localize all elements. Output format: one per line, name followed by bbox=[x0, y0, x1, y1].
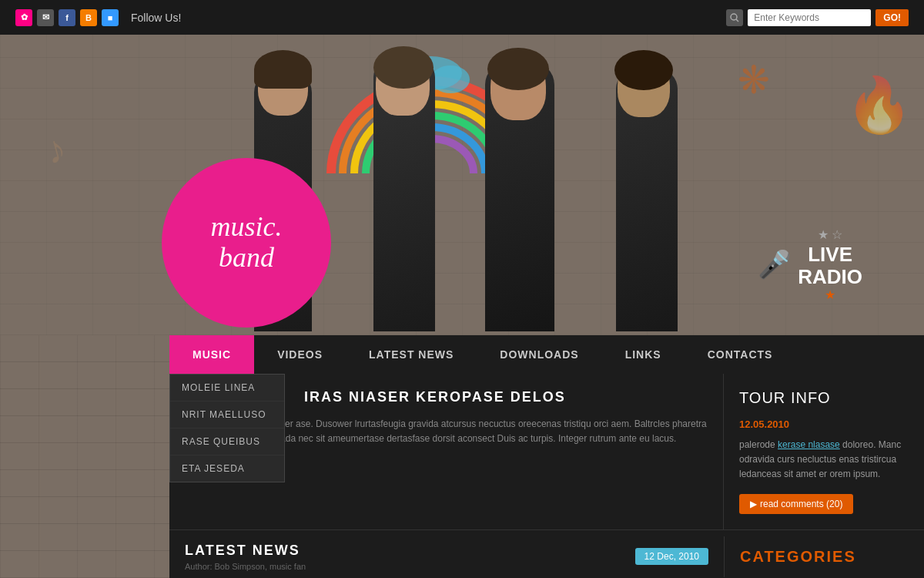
live-radio-text: LIVE RADIO bbox=[798, 244, 862, 287]
read-comments-button[interactable]: ▶ read comments (20) bbox=[739, 494, 853, 514]
delicious-icon[interactable]: ■ bbox=[102, 9, 119, 26]
hero-section: ♪ 🔥 ❋ music. band bbox=[0, 35, 924, 335]
tour-description: palerode kerase nlasase doloreo. Manc od… bbox=[739, 438, 909, 482]
bottom-section: LATEST NEWS Author: Bob Simpson, music f… bbox=[169, 529, 924, 578]
search-icon[interactable] bbox=[726, 9, 743, 26]
nav-videos[interactable]: VIDEOS bbox=[254, 335, 346, 374]
content-right: TOUR INFO 12.05.2010 palerode kerase nla… bbox=[724, 374, 924, 529]
logo-circle: music. band bbox=[162, 158, 331, 328]
dropdown-menu: MOLEIE LINEA NRIT MAELLUSO RASE QUEIBUS … bbox=[169, 374, 285, 482]
nav-downloads[interactable]: DOWNLOADS bbox=[477, 335, 601, 374]
latest-news-meta: Author: Bob Simpson, music fan bbox=[185, 562, 604, 571]
dropdown-item-2[interactable]: NRIT MAELLUSO bbox=[170, 402, 284, 428]
flickr-icon[interactable]: ✿ bbox=[15, 9, 32, 26]
facebook-icon[interactable]: f bbox=[59, 9, 75, 26]
latest-news-section: LATEST NEWS Author: Bob Simpson, music f… bbox=[169, 531, 620, 578]
categories-title: CATEGORIES bbox=[740, 548, 909, 566]
band-member-3 bbox=[474, 46, 597, 331]
nav-contacts[interactable]: CONTACTS bbox=[685, 335, 796, 374]
categories-section: CATEGORIES bbox=[724, 536, 924, 577]
go-button[interactable]: GO! bbox=[875, 9, 909, 26]
article-title: IRAS NIASER KEROPASE DELOS bbox=[304, 389, 708, 405]
search-area: GO! bbox=[726, 9, 909, 26]
tour-date: 12.05.2010 bbox=[739, 418, 909, 430]
nav-latest-news[interactable]: LATEST NEWS bbox=[346, 335, 477, 374]
follow-text: Follow Us! bbox=[131, 12, 181, 24]
date-badge: 12 Dec, 2010 bbox=[635, 548, 708, 565]
wing-decoration: ❋ bbox=[738, 58, 770, 102]
band-member-2 bbox=[362, 46, 470, 331]
top-bar: ✿ ✉ f B ■ Follow Us! GO! bbox=[0, 0, 924, 35]
svg-line-1 bbox=[736, 19, 738, 22]
logo-text: music. band bbox=[211, 212, 283, 273]
navigation: MUSIC VIDEOS LATEST NEWS DOWNLOADS LINKS… bbox=[169, 335, 924, 374]
live-radio: 🎤 ★ ☆ LIVE RADIO ★ bbox=[758, 227, 862, 302]
dropdown-item-4[interactable]: ETA JESEDA bbox=[170, 455, 284, 482]
tour-link[interactable]: kerase nlasase bbox=[778, 439, 840, 450]
nav-links[interactable]: LINKS bbox=[602, 335, 685, 374]
nav-music[interactable]: MUSIC bbox=[169, 335, 254, 374]
dropdown-item-3[interactable]: RASE QUEIBUS bbox=[170, 428, 284, 455]
social-icons-group: ✿ ✉ f B ■ Follow Us! bbox=[15, 9, 181, 26]
blogger-icon[interactable]: B bbox=[80, 9, 97, 26]
tour-info-title: TOUR INFO bbox=[739, 389, 909, 407]
band-member-4 bbox=[601, 46, 716, 331]
latest-news-title: LATEST NEWS bbox=[185, 543, 604, 559]
search-input[interactable] bbox=[748, 9, 871, 26]
mail-icon[interactable]: ✉ bbox=[37, 9, 54, 26]
fire-decoration: 🔥 bbox=[845, 73, 912, 136]
dropdown-item-1[interactable]: MOLEIE LINEA bbox=[170, 375, 284, 402]
svg-point-0 bbox=[731, 14, 737, 20]
